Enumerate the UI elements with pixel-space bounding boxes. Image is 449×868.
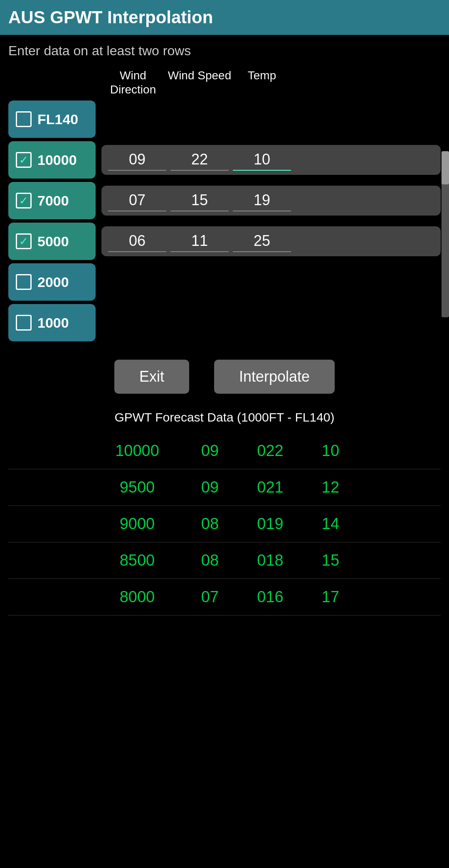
table-row: 2000 bbox=[8, 263, 441, 301]
checkbox-icon-7000: ✓ bbox=[16, 193, 32, 208]
forecast-table: 10000 09 022 10 9500 09 021 12 9000 08 0… bbox=[8, 433, 441, 615]
checkbox-label-5000: 5000 bbox=[37, 233, 69, 250]
forecast-altitude-0: 10000 bbox=[91, 442, 183, 460]
temp-input-7000[interactable] bbox=[233, 190, 291, 211]
wind-speed-input-10000[interactable] bbox=[170, 149, 229, 171]
scrollbar-thumb[interactable] bbox=[442, 151, 449, 184]
checkbox-label-7000: 7000 bbox=[37, 193, 69, 209]
col-header-wind-speed: Wind Speed bbox=[166, 69, 233, 96]
table-row: ✓ 7000 bbox=[8, 182, 441, 219]
forecast-direction-2: 08 bbox=[183, 515, 237, 533]
app-title: AUS GPWT Interpolation bbox=[8, 7, 213, 27]
input-group-7000 bbox=[101, 186, 441, 216]
forecast-temp-2: 14 bbox=[303, 515, 358, 533]
wind-speed-input-7000[interactable] bbox=[170, 190, 229, 211]
list-item: 9500 09 021 12 bbox=[8, 469, 441, 506]
interpolate-button[interactable]: Interpolate bbox=[214, 360, 335, 394]
forecast-altitude-1: 9500 bbox=[91, 478, 183, 496]
checkbox-2000[interactable]: 2000 bbox=[8, 263, 96, 301]
checkmark-icon: ✓ bbox=[19, 236, 28, 247]
forecast-temp-0: 10 bbox=[303, 442, 358, 460]
table-row: FL140 bbox=[8, 101, 441, 138]
col-header-wind-direction: Wind Direction bbox=[100, 69, 166, 96]
forecast-speed-2: 019 bbox=[237, 515, 303, 533]
checkbox-label-10000: 10000 bbox=[37, 152, 77, 168]
checkbox-5000[interactable]: ✓ 5000 bbox=[8, 223, 96, 260]
input-group-5000 bbox=[101, 226, 441, 256]
subtitle-text: Enter data on at least two rows bbox=[8, 43, 441, 59]
forecast-altitude-2: 9000 bbox=[91, 515, 183, 533]
main-content: Enter data on at least two rows Wind Dir… bbox=[0, 35, 449, 624]
checkmark-icon: ✓ bbox=[19, 195, 28, 206]
forecast-temp-3: 15 bbox=[303, 552, 358, 569]
checkbox-fl140[interactable]: FL140 bbox=[8, 101, 96, 138]
temp-input-10000[interactable] bbox=[233, 149, 291, 171]
forecast-title: GPWT Forecast Data (1000FT - FL140) bbox=[8, 410, 441, 424]
checkbox-icon-5000: ✓ bbox=[16, 233, 32, 249]
table-row: ✓ 5000 bbox=[8, 223, 441, 260]
table-row: ✓ 10000 bbox=[8, 141, 441, 179]
forecast-speed-3: 018 bbox=[237, 552, 303, 569]
checkbox-icon-2000 bbox=[16, 274, 32, 290]
wind-speed-input-5000[interactable] bbox=[170, 230, 229, 252]
forecast-speed-4: 016 bbox=[237, 588, 303, 606]
checkbox-icon-fl140 bbox=[16, 111, 32, 127]
forecast-direction-0: 09 bbox=[183, 442, 237, 460]
forecast-direction-1: 09 bbox=[183, 478, 237, 496]
list-item: 8000 07 016 17 bbox=[8, 579, 441, 615]
forecast-altitude-4: 8000 bbox=[91, 588, 183, 606]
forecast-temp-1: 12 bbox=[303, 478, 358, 496]
list-item: 9000 08 019 14 bbox=[8, 506, 441, 542]
checkmark-icon: ✓ bbox=[19, 154, 28, 165]
table-row: 1000 bbox=[8, 304, 441, 341]
input-group-10000 bbox=[101, 145, 441, 175]
temp-input-5000[interactable] bbox=[233, 230, 291, 252]
forecast-speed-1: 021 bbox=[237, 478, 303, 496]
scrollbar[interactable] bbox=[442, 151, 449, 317]
data-rows-container: FL140 ✓ 10000 ✓ 7000 bbox=[8, 101, 441, 345]
col-header-temp: Temp bbox=[233, 69, 291, 96]
action-buttons: Exit Interpolate bbox=[8, 360, 441, 394]
column-headers: Wind Direction Wind Speed Temp bbox=[100, 69, 441, 96]
checkbox-1000[interactable]: 1000 bbox=[8, 304, 96, 341]
checkbox-7000[interactable]: ✓ 7000 bbox=[8, 182, 96, 219]
wind-dir-input-5000[interactable] bbox=[108, 230, 166, 252]
list-item: 8500 08 018 15 bbox=[8, 542, 441, 579]
checkbox-icon-10000: ✓ bbox=[16, 152, 32, 168]
list-item: 10000 09 022 10 bbox=[8, 433, 441, 469]
app-header: AUS GPWT Interpolation bbox=[0, 0, 449, 35]
wind-dir-input-10000[interactable] bbox=[108, 149, 166, 171]
exit-button[interactable]: Exit bbox=[114, 360, 189, 394]
checkbox-label-2000: 2000 bbox=[37, 274, 69, 290]
forecast-direction-3: 08 bbox=[183, 552, 237, 569]
forecast-temp-4: 17 bbox=[303, 588, 358, 606]
checkbox-icon-1000 bbox=[16, 315, 32, 331]
checkbox-10000[interactable]: ✓ 10000 bbox=[8, 141, 96, 179]
checkbox-label-fl140: FL140 bbox=[37, 111, 78, 128]
checkbox-label-1000: 1000 bbox=[37, 315, 69, 331]
forecast-speed-0: 022 bbox=[237, 442, 303, 460]
forecast-direction-4: 07 bbox=[183, 588, 237, 606]
wind-dir-input-7000[interactable] bbox=[108, 190, 166, 211]
forecast-altitude-3: 8500 bbox=[91, 552, 183, 569]
